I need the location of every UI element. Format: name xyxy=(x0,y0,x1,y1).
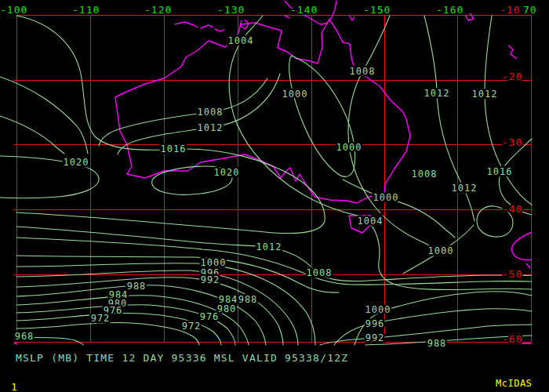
isobar-value-label: 1000 xyxy=(365,304,391,315)
mcidas-frame: 1004100810001012101210081012101610001020… xyxy=(0,0,549,392)
map-canvas[interactable]: 1004100810001012101210081012101610001020… xyxy=(0,0,549,348)
isobar-value-label: 1000 xyxy=(428,245,454,256)
isobar-value-label: 992 xyxy=(201,274,220,285)
isobar-value-label: 1020 xyxy=(214,167,240,178)
latitude-label: -60 xyxy=(502,333,522,345)
longitude-label: -150 xyxy=(363,4,391,16)
isobar-996-left xyxy=(16,270,298,345)
isobar-value-label: 1012 xyxy=(198,122,224,133)
isobar-value-label: 980 xyxy=(217,303,237,314)
isobar-value-label: 1012 xyxy=(472,89,498,100)
isobar-value-label: 1012 xyxy=(256,241,282,252)
isobar-1000-trough xyxy=(289,56,355,176)
isobars xyxy=(0,16,532,345)
isobar-1012-wrap xyxy=(16,227,532,281)
isobar-value-label: 988 xyxy=(427,338,447,348)
coastline-fragments-south xyxy=(14,343,531,344)
status-line: MSLP (MB) TIME 12 DAY 95336 MSL VALID 95… xyxy=(16,352,348,364)
isobar-labels: 1004100810001012101210081012101610001020… xyxy=(15,35,513,348)
coastline-australia xyxy=(115,20,410,203)
isobar-value-label: 1020 xyxy=(64,157,89,168)
mcidas-logo: McIDAS xyxy=(496,378,532,389)
isobar-992-left xyxy=(16,278,283,345)
isobar-value-label: 1008 xyxy=(307,267,333,278)
longitude-label: -130 xyxy=(217,4,245,16)
isobar-value-label: 1016 xyxy=(161,143,187,154)
isobar-value-label: 1000 xyxy=(336,142,362,153)
coastline-new-zealand xyxy=(512,232,532,268)
latitude-label: -30 xyxy=(502,136,522,148)
isobar-value-label: 996 xyxy=(365,318,385,329)
graticule-labels: -100-110-120-130-140-150-16070-10-20-30-… xyxy=(0,4,537,345)
isobar-nw-diagonal-2 xyxy=(0,116,64,154)
longitude-label: -110 xyxy=(72,4,100,16)
latitude-label: -50 xyxy=(502,268,522,280)
isobar-value-label: 1000 xyxy=(201,257,227,268)
isobar-value-label: 976 xyxy=(200,311,220,322)
isobar-value-label: 1008 xyxy=(412,169,438,180)
isobar-value-label: 968 xyxy=(15,331,35,342)
isobar-value-label: 1008 xyxy=(198,107,224,118)
longitude-label: -140 xyxy=(290,4,318,16)
longitude-label: -100 xyxy=(0,4,27,16)
longitude-label: -120 xyxy=(144,4,172,16)
frame-number: 1 xyxy=(11,381,17,392)
latitude-label: -10 xyxy=(500,4,520,16)
latitude-label: -20 xyxy=(502,71,522,82)
coastline-islands-east xyxy=(508,45,517,59)
isobar-value-label: 972 xyxy=(182,321,202,332)
graticule xyxy=(14,15,532,342)
isobar-value-label: 1012 xyxy=(424,88,450,99)
isobar-value-label: 972 xyxy=(91,313,111,324)
isobar-value-label: 988 xyxy=(238,294,258,305)
longitude-label: -160 xyxy=(436,4,464,16)
isobar-nw-diagonal xyxy=(0,77,88,154)
isobar-value-label: 1000 xyxy=(373,192,399,203)
isobar-value-label: 988 xyxy=(127,281,147,292)
latitude-label: -40 xyxy=(502,203,522,215)
isobar-value-label: 1000 xyxy=(282,89,308,100)
isobar-1008-north xyxy=(99,78,267,146)
isobar-value-label: 1004 xyxy=(228,35,254,46)
isobar-value-label: 1004 xyxy=(358,216,384,227)
isobar-value-label: 1012 xyxy=(452,183,478,194)
isobar-value-label: 1008 xyxy=(350,66,376,77)
longitude-label: 70 xyxy=(523,4,537,16)
isobar-value-label: 992 xyxy=(365,332,385,343)
isobar-value-label: 1016 xyxy=(487,166,513,177)
